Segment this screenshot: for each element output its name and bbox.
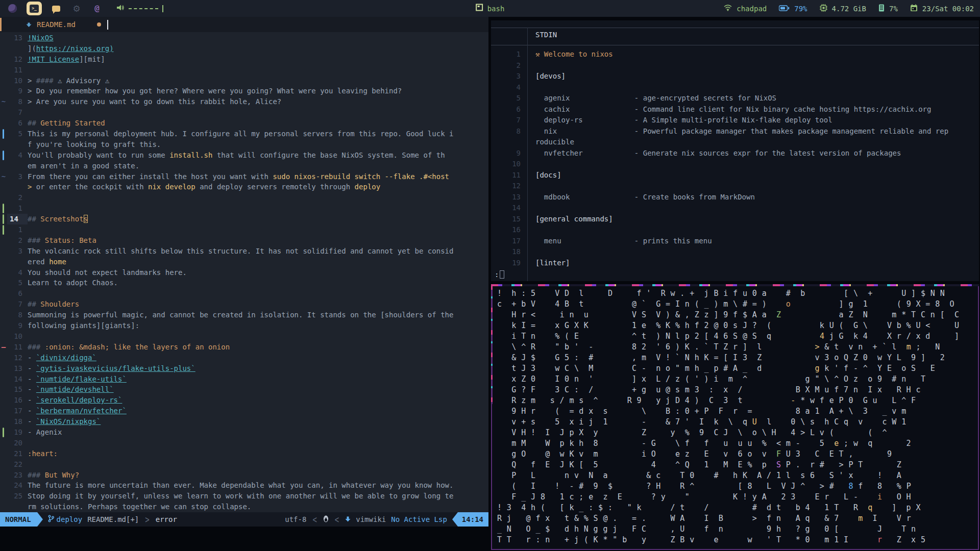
editor-line[interactable]: 10> #### ⚠ Advisory ⚠ [0, 76, 488, 86]
editor-line[interactable]: 19- Agenix [0, 427, 488, 438]
editor-text-area[interactable]: 13!NixOS](https://nixos.org)12!MIT Licen… [0, 32, 488, 512]
gutter-sign [0, 65, 7, 76]
terminal-line: 19[linter] [491, 258, 979, 269]
editor-line[interactable]: 17- `berberman/nvfetcher` [0, 406, 488, 416]
editor-line[interactable]: 1 [0, 224, 488, 235]
line-number: 11 [7, 342, 28, 353]
glitch-line: F _ J 8 1 c ; e z E ? y " K ! y A 2 3 E … [492, 492, 978, 503]
editor-line[interactable]: 2 [0, 192, 488, 203]
editor-line[interactable]: 1 [0, 203, 488, 214]
editor-line[interactable]: em aren't in a good state. [0, 161, 488, 171]
speaker-icon [116, 4, 125, 13]
gear-icon[interactable]: ⚙ [70, 2, 83, 15]
editor-line[interactable]: 3The volcanic rock still shifts below th… [0, 246, 488, 257]
editor-line[interactable]: 16- `serokell/deploy-rs` [0, 395, 488, 406]
terminal-line-text: [docs] [521, 170, 561, 181]
calendar-icon[interactable] [910, 4, 918, 13]
terminal-line: 8 nix - Powerful package manager that ma… [491, 126, 979, 137]
editor-line[interactable]: ](https://nixos.org) [0, 43, 488, 54]
git-add-bar [3, 428, 4, 437]
glitch-line: _ N O _ $ d h N g g j F C , U f n 9 h ? … [492, 524, 978, 535]
editor-line[interactable]: 12- `divnix/digga` [0, 353, 488, 363]
title-separator [491, 45, 979, 45]
line-text: em aren't in a good state. [28, 161, 139, 171]
line-text: ### But Why? [28, 470, 79, 481]
line-number: 6 [7, 288, 28, 299]
editor-line[interactable]: rm solutions. Perhaps together we can st… [0, 502, 488, 512]
editor-line[interactable]: 13- `gytis-ivaskevicius/flake-utils-plus… [0, 363, 488, 374]
editor-line[interactable]: 13!NixOS [0, 33, 488, 43]
editor-line[interactable]: 10 [0, 331, 488, 342]
filetype-icon [345, 515, 351, 523]
editor-line[interactable]: f you're looking to graft this. [0, 139, 488, 150]
terminal-cursor [107, 20, 108, 30]
editor-line[interactable]: 18- `NixOS/nixpkgs` [0, 416, 488, 427]
line-number: 4 [7, 267, 28, 278]
editor-line[interactable]: 5Learn to adopt Chaos. [0, 278, 488, 288]
editor-line[interactable]: ~3From there you can either install the … [0, 171, 488, 182]
editor-line[interactable]: ~8> Are you sure you want to go down thi… [0, 96, 488, 107]
terminal-line: 16 [491, 224, 979, 236]
editor-line[interactable]: 6## Getting Started [0, 118, 488, 129]
browser-icon[interactable] [6, 2, 18, 15]
editor-line[interactable]: 7## Shoulders [0, 299, 488, 310]
editor-line[interactable]: 12!MIT License][mit] [0, 54, 488, 65]
editor-line[interactable]: 25Stop doing it by yourself, unless we l… [0, 491, 488, 502]
editor-line[interactable]: 24The future is more uncertain than ever… [0, 480, 488, 491]
line-number: 13 [7, 363, 28, 374]
line-text: You'll probably want to run some install… [28, 150, 445, 161]
line-text: > or enter the cockpit with nix develop … [28, 182, 380, 192]
at-icon[interactable]: @ [91, 2, 103, 15]
editor-line[interactable]: 9> Do you remember how you got here? Whe… [0, 86, 488, 96]
git-add-bar [3, 214, 4, 224]
gutter-sign [0, 107, 7, 118]
editor-line[interactable]: 20 [0, 438, 488, 448]
line-text: The volcanic rock still shifts below thi… [28, 246, 453, 257]
gutter-sign [0, 182, 7, 192]
line-number: 21 [7, 448, 28, 459]
terminal-workspace-icon[interactable]: >_ [27, 2, 42, 15]
line-number: 7 [7, 299, 28, 310]
editor-window[interactable]: README.md 13!NixOS](https://nixos.org)12… [0, 17, 488, 527]
volume-slider-handle[interactable] [162, 5, 163, 12]
terminal-line: 13 mdbook - Create books from MarkDown [491, 192, 979, 203]
editor-line[interactable]: 22 [0, 459, 488, 470]
gutter-sign [0, 246, 7, 257]
hostname-label: chadpad [737, 5, 767, 13]
editor-line[interactable]: 4You'll probably want to run some instal… [0, 150, 488, 161]
chevron-down-icon[interactable] [26, 20, 32, 30]
editor-line[interactable]: 6 [0, 288, 488, 299]
editor-line[interactable]: > or enter the cockpit with nix develop … [0, 182, 488, 192]
gutter-sign [0, 470, 7, 481]
volume-control[interactable] [116, 4, 163, 13]
editor-line[interactable]: 21:heart: [0, 448, 488, 459]
editor-line[interactable]: 11 [0, 65, 488, 76]
volume-slider[interactable] [129, 8, 158, 9]
gutter-sign [0, 267, 7, 278]
editor-line[interactable]: 14## Screetshots [0, 214, 488, 224]
editor-line[interactable]: 4You should not expect landmarks here. [0, 267, 488, 278]
glitch-line: R j @ f x t & % S @ . = . W A I B > f n … [492, 513, 978, 524]
line-number: 24 [7, 480, 28, 491]
pager-command-prompt[interactable]: : [495, 270, 504, 279]
editor-line[interactable]: 9following giants][giants]: [0, 320, 488, 331]
gutter-sign [0, 448, 7, 459]
line-text: !NixOS [28, 33, 54, 43]
wifi-icon[interactable] [724, 4, 732, 13]
editor-line[interactable]: 5This is my personal deployment hub. I c… [0, 129, 488, 139]
editor-line[interactable]: 15- `numtide/devshell` [0, 384, 488, 395]
editor-line[interactable]: 14- `numtide/flake-utils` [0, 374, 488, 385]
linux-penguin-icon [323, 515, 329, 524]
line-number: 11 [7, 65, 28, 76]
glitch-terminal-window[interactable]: ! h : 5 V D l D f ' R w . + j B i f u 0 … [491, 284, 979, 550]
chat-icon[interactable] [50, 2, 62, 15]
line-text: - `NixOS/nixpkgs` [28, 416, 101, 427]
terminal-window[interactable]: STDIN 1⚒ Welcome to nixos23[devos]45 age… [491, 20, 979, 281]
editor-line[interactable]: 8Summoning is powerful magic, and cannot… [0, 310, 488, 320]
editor-line[interactable]: ered home [0, 257, 488, 267]
tab-filename[interactable]: README.md [37, 20, 76, 29]
editor-line[interactable]: 7 [0, 107, 488, 118]
editor-line[interactable]: –11### :onion: &mdash; like the layers o… [0, 342, 488, 353]
editor-line[interactable]: 23### But Why? [0, 470, 488, 481]
editor-line[interactable]: 2### Status: Beta [0, 235, 488, 246]
